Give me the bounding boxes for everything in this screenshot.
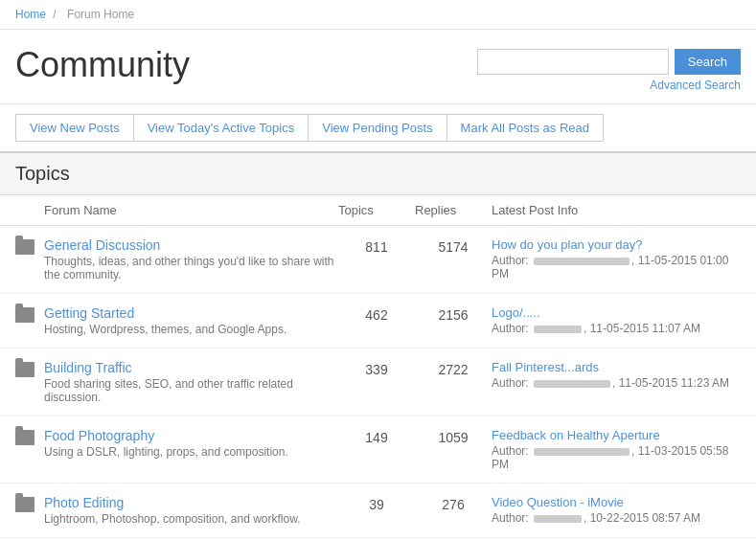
topics-count: 462: [338, 305, 415, 323]
table-row: General Discussion Thoughts, ideas, and …: [0, 226, 756, 294]
table-row: Food Photography Using a DSLR, lighting,…: [0, 416, 756, 484]
breadcrumb-separator: /: [53, 8, 56, 21]
topics-count: 811: [338, 237, 415, 255]
page-title: Community: [15, 45, 190, 85]
latest-post-meta: Author: , 11-03-2015 05:58 PM: [492, 444, 741, 471]
header-area: Community Search Advanced Search: [0, 30, 756, 104]
latest-post-link[interactable]: Feedback on Healthy Aperture: [492, 428, 660, 442]
col-topics: Topics: [338, 203, 415, 217]
forum-desc: Hosting, Wordpress, themes, and Google A…: [44, 323, 338, 336]
topics-count: 149: [338, 428, 415, 445]
forum-list: General Discussion Thoughts, ideas, and …: [0, 226, 756, 540]
replies-count: 276: [415, 495, 492, 512]
latest-post-link[interactable]: Video Question - iMovie: [492, 495, 624, 509]
forum-desc: Lightroom, Photoshop, composition, and w…: [44, 512, 338, 526]
folder-icon: [15, 428, 44, 445]
latest-post-title: Video Question - iMovie: [492, 495, 741, 509]
breadcrumb: Home / Forum Home: [0, 0, 756, 30]
latest-post-cell: How do you plan your day? Author: , 11-0…: [492, 237, 741, 281]
search-button[interactable]: Search: [675, 49, 741, 75]
breadcrumb-current: Forum Home: [67, 8, 134, 21]
search-row: Search: [477, 49, 741, 75]
table-header: Forum Name Topics Replies Latest Post In…: [0, 195, 756, 226]
forum-name-cell: Getting Started Hosting, Wordpress, them…: [44, 305, 338, 336]
search-input[interactable]: [477, 49, 669, 75]
latest-post-title: Logo/.....: [492, 305, 741, 320]
folder-icon: [15, 305, 44, 323]
col-icon: [15, 203, 44, 217]
breadcrumb-home[interactable]: Home: [15, 8, 46, 21]
advanced-search-link[interactable]: Advanced Search: [650, 79, 741, 92]
folder-icon: [15, 360, 44, 377]
col-replies: Replies: [415, 203, 492, 217]
replies-count: 2722: [415, 360, 492, 377]
forum-desc: Food sharing sites, SEO, and other traff…: [44, 377, 338, 404]
col-forum-name: Forum Name: [44, 203, 338, 217]
replies-count: 2156: [415, 305, 492, 323]
topics-count: 39: [338, 495, 415, 512]
latest-post-title: Feedback on Healthy Aperture: [492, 428, 741, 442]
latest-post-cell: Logo/..... Author: , 11-05-2015 11:07 AM: [492, 305, 741, 335]
forum-name-link[interactable]: Food Photography: [44, 428, 154, 443]
forum-name-cell: General Discussion Thoughts, ideas, and …: [44, 237, 338, 281]
forum-name-link[interactable]: Getting Started: [44, 305, 134, 321]
topics-heading: Topics: [0, 153, 756, 195]
forum-name-cell: Photo Editing Lightroom, Photoshop, comp…: [44, 495, 338, 526]
forum-name-link[interactable]: Building Traffic: [44, 360, 132, 375]
replies-count: 5174: [415, 237, 492, 255]
table-row: Getting Started Hosting, Wordpress, them…: [0, 294, 756, 349]
forum-name-cell: Building Traffic Food sharing sites, SEO…: [44, 360, 338, 404]
mark-all-read-button[interactable]: Mark All Posts as Read: [447, 114, 604, 142]
latest-post-cell: Video Question - iMovie Author: , 10-22-…: [492, 495, 741, 525]
replies-count: 1059: [415, 428, 492, 445]
latest-post-link[interactable]: How do you plan your day?: [492, 237, 643, 252]
forum-name-cell: Food Photography Using a DSLR, lighting,…: [44, 428, 338, 459]
forum-name-link[interactable]: Photo Editing: [44, 495, 124, 510]
folder-icon: [15, 495, 44, 512]
forum-desc: Using a DSLR, lighting, props, and compo…: [44, 445, 338, 459]
view-active-topics-button[interactable]: View Today's Active Topics: [133, 114, 309, 142]
folder-icon: [15, 237, 44, 255]
view-new-posts-button[interactable]: View New Posts: [15, 114, 133, 142]
col-latest: Latest Post Info: [492, 203, 741, 217]
latest-post-link[interactable]: Logo/.....: [492, 305, 540, 320]
action-bar: View New Posts View Today's Active Topic…: [0, 104, 756, 153]
latest-post-meta: Author: , 10-22-2015 08:57 AM: [492, 511, 741, 525]
latest-post-meta: Author: , 11-05-2015 01:00 PM: [492, 254, 741, 281]
latest-post-cell: Fall Pinterest...ards Author: , 11-05-20…: [492, 360, 741, 390]
latest-post-title: How do you plan your day?: [492, 237, 741, 252]
latest-post-meta: Author: , 11-05-2015 11:07 AM: [492, 322, 741, 335]
latest-post-meta: Author: , 11-05-2015 11:23 AM: [492, 376, 741, 390]
view-pending-posts-button[interactable]: View Pending Posts: [308, 114, 446, 142]
latest-post-link[interactable]: Fall Pinterest...ards: [492, 360, 599, 374]
forum-name-link[interactable]: General Discussion: [44, 237, 160, 253]
table-row: Building Traffic Food sharing sites, SEO…: [0, 349, 756, 416]
search-area: Search Advanced Search: [477, 45, 741, 92]
latest-post-cell: Feedback on Healthy Aperture Author: , 1…: [492, 428, 741, 471]
topics-count: 339: [338, 360, 415, 377]
latest-post-title: Fall Pinterest...ards: [492, 360, 741, 374]
forum-desc: Thoughts, ideas, and other things you'd …: [44, 255, 338, 281]
table-row: Photo Editing Lightroom, Photoshop, comp…: [0, 484, 756, 538]
